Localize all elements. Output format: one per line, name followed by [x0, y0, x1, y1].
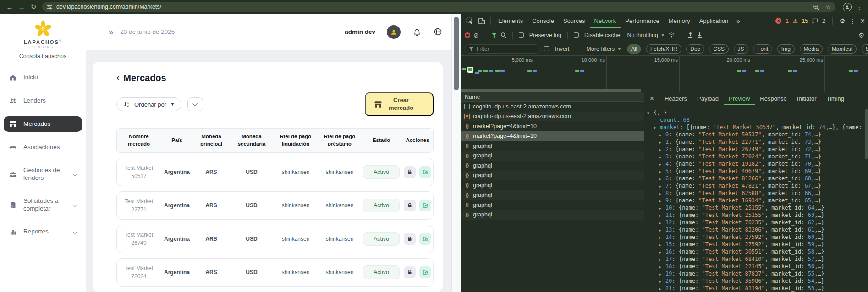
- expand-arrow-icon[interactable]: ▶: [659, 176, 665, 182]
- request-row[interactable]: {} graphql: [461, 190, 644, 200]
- disable-cache-label[interactable]: Disable cache: [584, 32, 621, 38]
- json-entry-line[interactable]: ▶20: {name: "Test Market 35986", market_…: [644, 277, 868, 285]
- table-row[interactable]: Test Market 26749 Argentina ARS USD shin…: [116, 225, 434, 253]
- json-entry-line[interactable]: ▶14: {name: "Test Market 27592", market_…: [644, 233, 868, 241]
- export-har-icon[interactable]: [697, 32, 703, 38]
- expand-arrow-icon[interactable]: ▶: [659, 234, 665, 241]
- json-entry-line[interactable]: ▶9: {name: "Test Market 16934", market_i…: [644, 197, 868, 204]
- json-entry-line[interactable]: ▶11: {name: "Test Market 25155", market_…: [644, 211, 868, 219]
- filter-toggle-icon[interactable]: [491, 32, 497, 38]
- request-row[interactable]: {} graphql: [461, 210, 644, 220]
- json-entry-line[interactable]: ▶0: {name: "Test Market 50537", market_i…: [644, 131, 868, 138]
- filter-chip[interactable]: Media: [800, 44, 823, 54]
- json-entry-line[interactable]: ▶5: {name: "Test Market 40679", market_i…: [644, 168, 868, 175]
- json-entry-line[interactable]: ▶12: {name: "Test Market 70235", market_…: [644, 219, 868, 226]
- table-row[interactable]: Test Market 50537 Argentina ARS USD shin…: [116, 158, 434, 186]
- filter-input[interactable]: [477, 46, 536, 52]
- timeline-scroll-thumb[interactable]: [461, 89, 641, 92]
- inspect-element-icon[interactable]: [464, 15, 476, 27]
- json-entry-line[interactable]: ▶16: {name: "Test Market 30551", market_…: [644, 248, 868, 255]
- json-entry-line[interactable]: ▶2: {name: "Test Market 26749", market_i…: [644, 146, 868, 153]
- expand-arrow-icon[interactable]: ▶: [659, 264, 665, 270]
- sort-by-button[interactable]: AZ Ordenar por ▼: [116, 97, 181, 111]
- request-row[interactable]: {} graphql: [461, 171, 644, 181]
- detail-tab[interactable]: Response: [755, 92, 792, 105]
- table-row[interactable]: Test Market 72024 Argentina ARS USD shin…: [116, 258, 434, 287]
- request-row[interactable]: {} cognito-idp.us-east-2.amazonaws.com: [461, 112, 644, 122]
- expand-arrow-icon[interactable]: ▶: [659, 242, 665, 248]
- more-tabs-icon[interactable]: »: [733, 17, 744, 25]
- close-detail-icon[interactable]: ✕: [644, 95, 659, 102]
- filter-input-wrap[interactable]: [465, 44, 540, 54]
- devtools-tab[interactable]: Sources: [559, 14, 590, 28]
- detail-tab[interactable]: Timing: [821, 92, 849, 105]
- json-entry-line[interactable]: ▶8: {name: "Test Market 62588", market_i…: [644, 189, 868, 197]
- requests-name-header[interactable]: Name: [461, 92, 644, 102]
- bookmark-star-icon[interactable]: ☆: [825, 4, 831, 11]
- devtools-tab[interactable]: Elements: [494, 14, 527, 28]
- more-filters-button[interactable]: More filters ▼: [586, 46, 621, 52]
- filter-chip[interactable]: CSS: [709, 44, 729, 54]
- expand-arrow-icon[interactable]: ▶: [659, 286, 665, 292]
- lock-button[interactable]: [404, 266, 416, 278]
- sidebar-item-mercados[interactable]: Mercados: [4, 116, 82, 132]
- expand-arrow-icon[interactable]: ▶: [659, 161, 665, 168]
- request-row[interactable]: {} cognito-idp.us-east-2.amazonaws.com: [461, 102, 644, 112]
- devtools-tab[interactable]: Network: [590, 14, 621, 28]
- browser-profile-icon[interactable]: [843, 3, 852, 11]
- sidebar-expand-icon[interactable]: »: [109, 27, 114, 37]
- detail-tab[interactable]: Preview: [724, 92, 755, 105]
- browser-menu-icon[interactable]: ⋮: [856, 3, 863, 11]
- expand-options-button[interactable]: [187, 97, 203, 111]
- json-entry-line[interactable]: ▶3: {name: "Test Market 72024", market_i…: [644, 153, 868, 160]
- detail-scrollbar[interactable]: [864, 106, 868, 292]
- json-entry-line[interactable]: ▶18: {name: "Test Market 22145", market_…: [644, 263, 868, 270]
- search-network-icon[interactable]: [500, 32, 506, 38]
- detail-tab[interactable]: Headers: [659, 92, 692, 105]
- issues-count[interactable]: 2: [822, 18, 825, 24]
- create-market-button[interactable]: Crearmercado: [365, 92, 434, 116]
- zoom-icon[interactable]: [813, 4, 819, 10]
- import-har-icon[interactable]: [687, 32, 693, 38]
- site-settings-icon[interactable]: [47, 4, 53, 10]
- sidebar-item-gestiones[interactable]: Gestiones de lenders: [4, 163, 82, 186]
- json-market-line[interactable]: ▼market: [{name: "Test Market 50537", ma…: [644, 124, 868, 131]
- clear-network-icon[interactable]: ⊘: [473, 32, 479, 39]
- edit-button[interactable]: [419, 166, 431, 178]
- expand-arrow-icon[interactable]: ▶: [659, 154, 665, 160]
- forward-icon[interactable]: →: [16, 3, 27, 11]
- warning-count[interactable]: 15: [802, 18, 808, 24]
- invert-label[interactable]: Invert: [555, 46, 569, 52]
- address-bar[interactable]: dev.lapachoslending.com/admin/Markets/ ☆: [42, 2, 835, 12]
- sidebar-item-inicio[interactable]: Inicio: [4, 70, 82, 85]
- request-row[interactable]: {} market?page=4&limit=10: [461, 131, 644, 141]
- issues-icon[interactable]: [812, 18, 818, 24]
- detail-tab[interactable]: Initiator: [792, 92, 822, 105]
- expand-arrow-icon[interactable]: ▶: [659, 271, 665, 277]
- json-entry-line[interactable]: ▶4: {name: "Test Market 19182", market_i…: [644, 160, 868, 168]
- request-row[interactable]: {} graphql: [461, 200, 644, 210]
- filter-chip[interactable]: All: [627, 44, 641, 54]
- throttling-select[interactable]: No throttling ▼: [627, 32, 665, 38]
- error-count[interactable]: 1: [786, 18, 789, 24]
- sidebar-item-solicitudes[interactable]: Solicitudes a completar: [4, 194, 82, 216]
- device-toolbar-icon[interactable]: [476, 15, 488, 27]
- filter-chip[interactable]: Font: [753, 44, 772, 54]
- expand-arrow-icon[interactable]: ▶: [659, 139, 665, 146]
- back-icon[interactable]: ←: [4, 3, 16, 11]
- scrollbar-thumb[interactable]: [454, 17, 459, 90]
- json-entry-line[interactable]: ▶10: {name: "Test Market 25155", market_…: [644, 204, 868, 211]
- json-entry-line[interactable]: ▶21: {name: "Test Market 81194", market_…: [644, 285, 868, 292]
- language-globe-icon[interactable]: [434, 27, 442, 36]
- expand-arrow-icon[interactable]: ▶: [659, 227, 665, 233]
- filter-chip[interactable]: Img: [777, 44, 795, 54]
- expand-arrow-icon[interactable]: ▶: [659, 256, 665, 263]
- table-row[interactable]: Test Market 22771 Argentina ARS USD shin…: [116, 191, 434, 220]
- network-overview-timeline[interactable]: 5,000 ms 10,000 ms 15,000 ms 20,000 ms 2…: [461, 56, 868, 92]
- notifications-bell-icon[interactable]: [413, 27, 421, 36]
- devtools-tab[interactable]: Memory: [664, 14, 695, 28]
- preserve-log-label[interactable]: Preserve log: [529, 32, 561, 38]
- lock-button[interactable]: [404, 200, 416, 211]
- request-row[interactable]: {} graphql: [461, 151, 644, 161]
- filter-chip[interactable]: Doc: [686, 44, 704, 54]
